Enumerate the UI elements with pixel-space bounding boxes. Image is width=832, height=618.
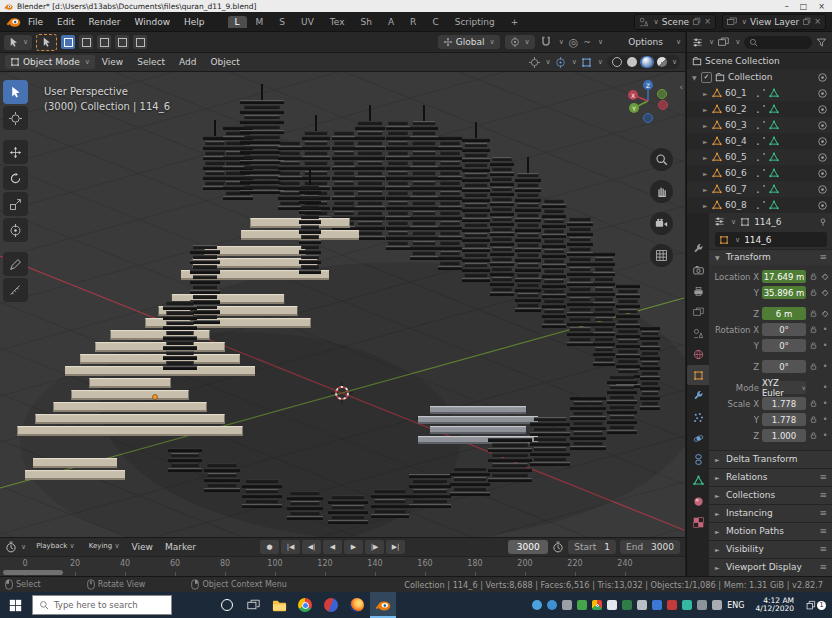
3d-viewport[interactable]: User Perspective (3000) Collection | 114… — [0, 72, 685, 537]
current-frame-field[interactable]: 3000 — [508, 540, 548, 554]
transform-value-field[interactable]: 1.778 — [762, 397, 806, 410]
editor-type-icon[interactable] — [714, 216, 725, 227]
panel-menu-icon[interactable]: ≡ — [819, 508, 827, 518]
snap-settings-dropdown[interactable]: ∨ — [559, 38, 564, 46]
tray-icon[interactable] — [637, 600, 647, 610]
timeline-menu-item[interactable]: Marker — [159, 542, 202, 552]
media-player-icon[interactable] — [318, 592, 344, 618]
transform-tool[interactable] — [3, 218, 28, 242]
falloff-dropdown[interactable]: ∨ — [598, 38, 603, 46]
tray-icon[interactable] — [697, 600, 707, 610]
tray-icon[interactable] — [592, 600, 602, 610]
outliner-search-input[interactable] — [744, 36, 812, 49]
lock-icon[interactable] — [809, 309, 818, 318]
unlink-scene-icon[interactable]: × — [704, 17, 711, 26]
firefox-icon[interactable] — [344, 592, 370, 618]
cortana-icon[interactable] — [214, 592, 240, 618]
lock-icon[interactable] — [809, 431, 818, 440]
tab-output[interactable] — [687, 281, 709, 301]
disclosure-closed-icon[interactable]: ► — [703, 186, 709, 193]
shading-dropdown[interactable]: ∨ — [672, 58, 677, 66]
cursor-tool[interactable] — [3, 106, 28, 130]
new-view-layer-icon[interactable] — [802, 17, 811, 26]
timeline-menu-item[interactable]: Playback — [30, 542, 81, 552]
hide-in-viewport-icon[interactable] — [817, 72, 828, 83]
object-row[interactable]: ► 60_3 — [687, 117, 832, 133]
disclosure-closed-icon[interactable]: ► — [703, 202, 709, 209]
lock-icon[interactable] — [809, 399, 818, 408]
panel-menu-icon[interactable]: ≡ — [819, 252, 827, 262]
language-indicator[interactable]: ENG — [727, 601, 744, 610]
scene-collection-row[interactable]: Scene Collection — [687, 53, 832, 69]
xray-toggle-icon[interactable] — [581, 57, 592, 68]
disclosure-open-icon[interactable]: ▼ — [692, 74, 698, 81]
disclosure-closed-icon[interactable]: ► — [703, 154, 709, 161]
transform-value-field[interactable]: 6 m — [762, 307, 806, 320]
workspace-tab[interactable]: S — [272, 16, 292, 28]
viewport-menu-item[interactable]: Add — [172, 57, 203, 67]
panel-header[interactable]: ► Collections ≡ — [709, 486, 832, 504]
hide-in-viewport-icon[interactable] — [817, 184, 828, 195]
notification-center-icon[interactable]: 1 — [805, 600, 826, 611]
workspace-tab[interactable]: Tex — [323, 16, 352, 28]
disclosure-closed-icon[interactable]: ► — [703, 106, 709, 113]
object-row[interactable]: ► 60_6 — [687, 165, 832, 181]
panel-menu-icon[interactable]: ≡ — [819, 562, 827, 572]
transform-value-field[interactable]: 1.000 — [762, 429, 806, 442]
lock-icon[interactable] — [809, 362, 818, 371]
transform-value-field[interactable]: 1.778 — [762, 413, 806, 426]
panel-header[interactable]: ► Motion Paths ≡ — [709, 522, 832, 540]
animate-dot-icon[interactable]: • — [821, 383, 829, 392]
panel-menu-icon[interactable]: ≡ — [819, 526, 827, 536]
chevron-down-icon[interactable]: ∨ — [742, 18, 747, 26]
outliner-display-mode-icon[interactable] — [692, 37, 703, 48]
pivot-point-dropdown[interactable]: ∨ — [505, 35, 535, 49]
blender-logo-icon[interactable] — [6, 14, 21, 29]
start-button[interactable] — [2, 592, 28, 618]
menu-item[interactable]: File — [21, 17, 50, 27]
viewport-menu-item[interactable]: Object — [203, 57, 246, 67]
animate-dot-icon[interactable]: • — [821, 362, 829, 371]
keyframe-diamond-icon[interactable]: ◇ — [821, 288, 829, 297]
tab-physics[interactable] — [687, 428, 709, 448]
tab-object[interactable] — [687, 365, 709, 385]
panel-header[interactable]: ► Viewport Display ≡ — [709, 558, 832, 576]
new-scene-icon[interactable] — [692, 17, 701, 26]
hide-in-viewport-icon[interactable] — [817, 104, 828, 115]
tab-render[interactable] — [687, 260, 709, 280]
tab-object-data[interactable] — [687, 470, 709, 490]
transport-button[interactable]: |◀ — [281, 540, 300, 554]
object-row[interactable]: ► 60_4 — [687, 133, 832, 149]
pan-button[interactable] — [650, 180, 673, 203]
scene-name[interactable]: Scene — [662, 17, 689, 27]
lock-icon[interactable] — [809, 415, 818, 424]
frame-end-field[interactable]: End3000 — [620, 540, 680, 554]
ortho-toggle-button[interactable] — [650, 244, 673, 267]
disclosure-closed-icon[interactable]: ► — [703, 170, 709, 177]
lock-icon[interactable] — [809, 272, 818, 281]
navigation-gizmo[interactable]: Z Y X — [625, 78, 671, 124]
stopwatch-icon[interactable] — [552, 541, 564, 553]
transform-value-field[interactable]: XYZ Euler — [762, 381, 806, 394]
tab-modifiers[interactable] — [687, 386, 709, 406]
show-gizmo-icon[interactable] — [529, 57, 540, 68]
workspace-tab[interactable]: C — [425, 16, 445, 28]
menu-item[interactable]: Help — [177, 17, 212, 27]
filter-funnel-icon[interactable] — [816, 37, 827, 48]
menu-item[interactable]: Edit — [50, 17, 81, 27]
animate-dot-icon[interactable]: • — [821, 341, 829, 350]
timeline-scrollbar[interactable] — [3, 570, 63, 575]
transform-value-field[interactable]: 0° — [762, 339, 806, 352]
panel-menu-icon[interactable]: ≡ — [819, 472, 827, 482]
tab-material[interactable] — [687, 491, 709, 511]
menu-item[interactable]: Window — [128, 17, 178, 27]
shading-rendered-button[interactable] — [655, 56, 669, 68]
timeline-ruler[interactable]: 020406080100120140160180200220240 — [0, 556, 685, 577]
workspace-tab[interactable]: M — [249, 16, 271, 28]
timeline-editor-icon[interactable] — [5, 541, 17, 553]
move-tool[interactable] — [3, 140, 28, 164]
tab-texture[interactable] — [687, 512, 709, 532]
tab-tool[interactable] — [687, 239, 709, 259]
keyframe-diamond-icon[interactable]: ◇ — [821, 309, 829, 318]
scale-tool[interactable] — [3, 192, 28, 216]
